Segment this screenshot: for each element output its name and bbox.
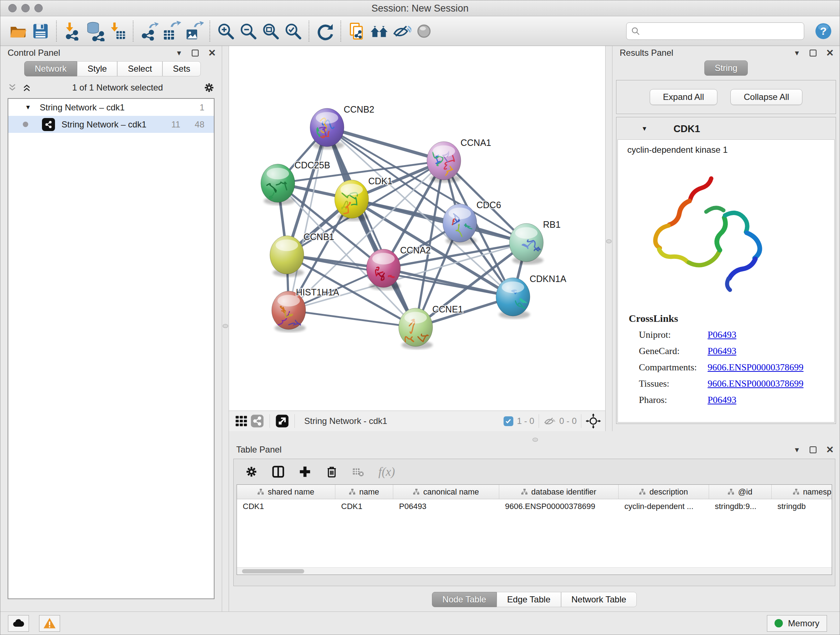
collapse-panel-icon[interactable]: ▼ — [175, 50, 182, 57]
zoom-selected-icon[interactable] — [282, 20, 304, 42]
grid-view-icon[interactable] — [233, 413, 249, 429]
scrollbar-thumb[interactable] — [242, 569, 304, 573]
right-splitter[interactable] — [605, 46, 613, 431]
splitter-handle[interactable] — [532, 438, 538, 442]
table-cell[interactable]: stringdb — [772, 499, 832, 514]
protein-header[interactable]: ▼ CDK1 — [617, 119, 835, 139]
collapse-all-button[interactable]: Collapse All — [730, 89, 802, 105]
clone-network-icon[interactable] — [346, 20, 368, 42]
float-panel-icon[interactable] — [810, 447, 816, 453]
network-node-CCNB2[interactable] — [310, 108, 344, 149]
collapse-panel-icon[interactable]: ▼ — [793, 50, 800, 57]
warning-icon[interactable] — [39, 615, 60, 632]
zoom-fit-icon[interactable] — [259, 20, 282, 42]
tab-network-table[interactable]: Network Table — [561, 592, 637, 607]
table-cell[interactable]: CDK1 — [335, 499, 393, 514]
cloud-icon[interactable] — [8, 615, 29, 632]
network-node-CCNB1[interactable] — [270, 236, 304, 277]
minimize-window-icon[interactable] — [21, 4, 30, 12]
splitter-handle[interactable] — [223, 324, 228, 328]
horizontal-splitter[interactable] — [229, 431, 840, 443]
settings-gear-icon[interactable] — [245, 466, 257, 478]
network-row-selected[interactable]: String Network – cdk1 11 48 — [8, 116, 214, 133]
collapse-protein-icon[interactable]: ▼ — [641, 125, 647, 133]
network-node-RB1[interactable] — [509, 223, 543, 264]
close-panel-icon[interactable]: ✕ — [826, 445, 834, 454]
delete-column-icon[interactable] — [325, 466, 338, 478]
crosslink-link[interactable]: P06493 — [707, 346, 736, 356]
column-header-name[interactable]: name — [335, 485, 393, 499]
float-panel-icon[interactable] — [192, 50, 199, 57]
close-window-icon[interactable] — [8, 4, 17, 12]
close-panel-icon[interactable]: ✕ — [826, 48, 834, 57]
collapse-panel-icon[interactable]: ▼ — [793, 447, 800, 453]
open-session-icon[interactable] — [7, 20, 29, 42]
network-node-CDC25B[interactable] — [261, 164, 295, 205]
search-box[interactable] — [626, 22, 804, 40]
open-in-window-icon[interactable] — [274, 413, 290, 429]
collapse-all-networks-icon[interactable] — [8, 83, 17, 92]
export-network-icon[interactable] — [138, 20, 160, 42]
tab-select[interactable]: Select — [117, 61, 163, 76]
help-icon[interactable]: ? — [813, 20, 833, 42]
network-node-CDKN1A[interactable] — [496, 278, 530, 319]
tab-string[interactable]: String — [704, 60, 748, 76]
tree-expander-icon[interactable]: ▼ — [25, 104, 31, 111]
float-panel-icon[interactable] — [810, 50, 816, 57]
column-header-namespace[interactable]: namespace — [772, 485, 832, 499]
selected-checkbox-icon[interactable] — [504, 416, 513, 426]
table-row[interactable]: CDK1CDK1P064939606.ENSP00000378699cyclin… — [237, 499, 832, 514]
share-view-icon[interactable] — [249, 413, 265, 429]
network-options-gear-icon[interactable] — [204, 82, 215, 93]
network-node-HIST1H1A[interactable] — [272, 291, 306, 333]
import-network-file-icon[interactable] — [61, 20, 84, 42]
table-cell[interactable]: 9606.ENSP00000378699 — [499, 499, 619, 514]
network-node-CDC6[interactable] — [443, 204, 477, 245]
expand-all-button[interactable]: Expand All — [650, 89, 717, 105]
tab-sets[interactable]: Sets — [163, 61, 201, 76]
network-node-CDK1[interactable] — [335, 180, 369, 221]
show-all-icon[interactable] — [413, 20, 435, 42]
memory-button[interactable]: Memory — [767, 615, 827, 632]
left-splitter[interactable] — [222, 46, 229, 611]
first-neighbors-icon[interactable] — [368, 20, 390, 42]
columns-icon[interactable] — [272, 466, 284, 478]
table-cell[interactable]: cyclin-dependent ... — [619, 499, 709, 514]
tab-style[interactable]: Style — [77, 61, 117, 76]
save-session-icon[interactable] — [29, 20, 52, 42]
column-header--id[interactable]: @id — [709, 485, 772, 499]
splitter-handle[interactable] — [606, 239, 612, 243]
close-panel-icon[interactable]: ✕ — [208, 48, 216, 57]
maximize-window-icon[interactable] — [34, 4, 43, 12]
export-image-icon[interactable] — [183, 20, 205, 42]
crosslink-link[interactable]: P06493 — [707, 394, 736, 405]
column-header-canonical-name[interactable]: canonical name — [393, 485, 499, 499]
column-header-shared-name[interactable]: shared name — [237, 485, 335, 499]
hide-selected-icon[interactable] — [390, 20, 413, 42]
table-cell[interactable]: CDK1 — [237, 499, 335, 514]
import-table-icon[interactable] — [106, 20, 128, 42]
column-header-description[interactable]: description — [619, 485, 709, 499]
expand-all-networks-icon[interactable] — [22, 83, 32, 92]
network-node-CCNA2[interactable] — [366, 249, 401, 290]
search-input[interactable] — [640, 26, 799, 36]
zoom-out-icon[interactable] — [237, 20, 259, 42]
tab-network[interactable]: Network — [24, 61, 77, 76]
import-network-database-icon[interactable] — [84, 20, 106, 42]
column-header-database-identifier[interactable]: database identifier — [499, 485, 619, 499]
table-cell[interactable]: stringdb:9... — [709, 499, 772, 514]
add-column-icon[interactable] — [299, 466, 311, 478]
network-collection-row[interactable]: ▼ String Network – cdk1 1 — [8, 99, 214, 116]
tab-node-table[interactable]: Node Table — [432, 592, 497, 607]
crosslink-link[interactable]: 9606.ENSP00000378699 — [707, 378, 804, 389]
crosslink-link[interactable]: 9606.ENSP00000378699 — [707, 362, 804, 373]
export-table-icon[interactable] — [160, 20, 183, 42]
zoom-in-icon[interactable] — [215, 20, 237, 42]
tab-edge-table[interactable]: Edge Table — [497, 592, 561, 607]
network-node-CCNE1[interactable] — [399, 308, 433, 349]
network-node-CCNA1[interactable] — [427, 141, 461, 183]
table-cell[interactable]: P06493 — [393, 499, 499, 514]
fit-crosshair-icon[interactable] — [586, 413, 601, 429]
apply-layout-icon[interactable] — [314, 20, 336, 42]
network-canvas[interactable]: CCNB2CCNA1CDC25BCDK1CDC6RB1CCNB1CCNA2CDK… — [229, 46, 605, 410]
